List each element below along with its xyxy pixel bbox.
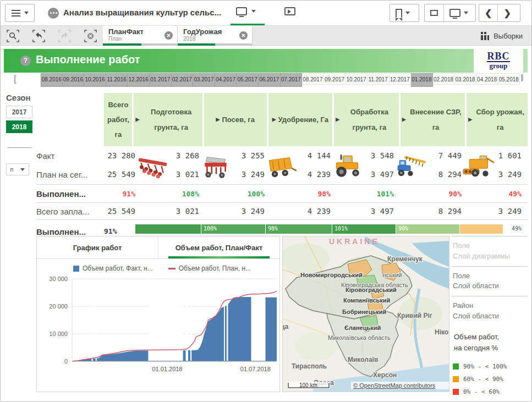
chip-clear-icon[interactable]: ✕ <box>164 31 173 40</box>
expand-arrow-icon: ▶ <box>402 114 406 125</box>
selection-chip[interactable]: ГодУрожая2018✕ <box>178 26 253 46</box>
timeline-scrollbar-thumb[interactable] <box>521 74 523 81</box>
presentation-mode-icon[interactable] <box>284 7 295 15</box>
timeline-month[interactable]: 05.2017 <box>237 73 259 87</box>
pivot-header-6[interactable]: ▶Внесение СЗР, га <box>401 93 465 146</box>
timeline-month[interactable]: 02.2017 <box>172 73 194 87</box>
pivot-header-4[interactable]: ▶Удобрение, Га <box>268 93 333 146</box>
cell-value: 108% <box>169 190 233 198</box>
timeline-month[interactable]: 10.2017 <box>345 73 368 85</box>
sheet-list-button[interactable] <box>444 4 474 21</box>
global-menu-button[interactable] <box>5 4 35 22</box>
map-legend: 90% - < 100%60% - < 90%0% - < 60% <box>452 355 528 402</box>
timeline-month[interactable]: 08.2017 <box>302 73 324 85</box>
chip-clear-icon[interactable]: ✕ <box>239 31 248 40</box>
help-icon[interactable]: ? <box>20 56 31 66</box>
cell-value: 91% <box>104 190 169 198</box>
sheet-actions-group <box>424 4 476 22</box>
step-forward-selection-icon[interactable] <box>58 29 72 43</box>
table-row: План на сег...25 5493 0213 2494 2393 497… <box>36 165 528 184</box>
chip-selection-bar <box>178 43 252 46</box>
sheet-icon <box>449 9 460 17</box>
timeline-month[interactable]: 05.2018 <box>498 73 520 85</box>
season-option-2017[interactable]: 2017 <box>6 106 32 118</box>
timeline-month[interactable]: 06.2017 <box>259 73 281 87</box>
prev-sheet-button[interactable]: ❮ <box>479 4 497 21</box>
selections-tool-button[interactable]: Выборки <box>477 26 526 46</box>
step-back-selection-icon[interactable] <box>32 29 46 43</box>
map-attribution[interactable]: © OpenStreetMap contributors <box>351 382 449 389</box>
pivot-header-1[interactable]: Всего работ, га <box>104 93 132 146</box>
chart-tab[interactable]: График работ <box>37 236 158 258</box>
sheet-selector-button[interactable] <box>236 7 256 15</box>
gauge-bar <box>135 224 201 234</box>
timeline-month[interactable]: 12.2017 <box>390 73 412 85</box>
pivot-header-7[interactable]: ▶Сбор урожая, га <box>467 93 528 146</box>
map-legend-item: 0% - < 60% <box>453 388 526 395</box>
timeline-month[interactable]: 01.2017 <box>150 73 172 87</box>
cell-value: 4 239 <box>299 170 365 179</box>
timeline-month[interactable]: 03.2017 <box>193 73 215 87</box>
svg-text:100 km: 100 km <box>299 382 317 388</box>
timeline-month[interactable]: 04.2017 <box>215 73 237 87</box>
table-row: Факт23 2803 2683 2554 1443 5487 4491 601 <box>36 146 528 165</box>
chevron-right-icon: ❯ <box>503 9 511 18</box>
cell-value: 3 497 <box>365 170 428 179</box>
timeline-month[interactable]: 11.2017 <box>368 73 390 85</box>
timeline-month[interactable]: 07.2017 <box>281 73 303 87</box>
plan-fact-area-chart[interactable]: 010 00020 00030 00001.01.201801.07.2018 <box>37 272 279 396</box>
timeline-month[interactable]: 03.2018 <box>454 73 476 85</box>
month-timeline-filter: [ 08.201609.201610.201611.201612.201601.… <box>1 73 532 88</box>
layer-group-area[interactable]: Поле Слой области <box>452 267 528 296</box>
timeline-handle[interactable]: [ <box>14 74 17 85</box>
row-label: Выполнен... <box>36 189 104 199</box>
timeline-month[interactable]: 12.2016 <box>128 73 150 87</box>
smart-search-icon[interactable] <box>6 29 20 43</box>
timeline-month[interactable]: 11.2016 <box>106 73 128 87</box>
pivot-header-row: Всего работ, га▶Подготовка грунта, га▶По… <box>36 93 528 146</box>
chevron-left-icon: ❮ <box>485 9 492 18</box>
svg-text:Єланецький: Єланецький <box>344 324 381 331</box>
layer-group-diagram[interactable]: Поле Слой диаграммы <box>452 236 528 266</box>
duplicate-sheet-button[interactable] <box>425 4 443 21</box>
season-label: Сезон <box>6 93 35 102</box>
next-sheet-button[interactable]: ❯ <box>498 4 516 21</box>
layer-group-district[interactable]: Район Слой области <box>452 296 528 326</box>
legend-swatch <box>453 376 459 382</box>
bookmarks-button[interactable] <box>390 4 419 22</box>
timeline-month[interactable]: 09.2016 <box>63 73 85 87</box>
chip-selection-bar <box>103 43 177 46</box>
svg-text:Новомиргородський: Новомиргородський <box>300 272 363 278</box>
svg-text:© OpenStreetMap contributors: © OpenStreetMap contributors <box>353 382 436 389</box>
legend-swatch <box>453 364 459 370</box>
timeline-month[interactable]: 10.2016 <box>84 73 106 87</box>
app-info-icon[interactable] <box>48 8 59 19</box>
timeline-month[interactable]: 08.2016 <box>41 73 63 87</box>
legend-swatch <box>453 389 459 395</box>
timeline-month[interactable]: 09.2017 <box>324 73 346 85</box>
svg-text:Нікоп: Нікоп <box>435 328 449 336</box>
pivot-header-3[interactable]: ▶Посев, га <box>204 93 267 146</box>
map-legend-title: Объем работ, на сегодня % <box>452 326 528 355</box>
pivot-header-5[interactable]: ▶Обработка грунта, га <box>334 93 399 146</box>
line-swatch <box>168 268 175 269</box>
mini-dropdown[interactable]: п <box>6 163 29 175</box>
timeline-month[interactable]: 02.2018 <box>433 73 455 85</box>
cell-value: 23 280 <box>104 151 169 160</box>
clear-selections-icon[interactable] <box>84 29 97 43</box>
pivot-header-2[interactable]: ▶Подготовка грунта, га <box>134 93 202 146</box>
timeline-month[interactable]: 04.2018 <box>476 73 498 85</box>
chevron-down-icon <box>251 10 256 13</box>
cell-value: 3 021 <box>169 207 233 216</box>
regions-map[interactable]: UKRAINE Кременчук Новомиргородський нськ… <box>282 236 449 392</box>
season-option-2018[interactable]: 2018 <box>6 120 32 133</box>
svg-text:0: 0 <box>64 358 68 365</box>
selection-chip[interactable]: ПланФактПлан✕ <box>103 26 178 46</box>
cell-value: 100% <box>233 190 299 198</box>
svg-text:Тирасполь: Тирасполь <box>292 362 327 370</box>
cell-value: 101% <box>365 190 428 198</box>
cell-value: 3 021 <box>169 170 233 179</box>
timeline-month[interactable]: 01.2018 <box>411 73 433 87</box>
chart-tab[interactable]: Объем работ, План/Факт <box>158 236 279 258</box>
expand-arrow-icon: ▶ <box>272 114 276 125</box>
